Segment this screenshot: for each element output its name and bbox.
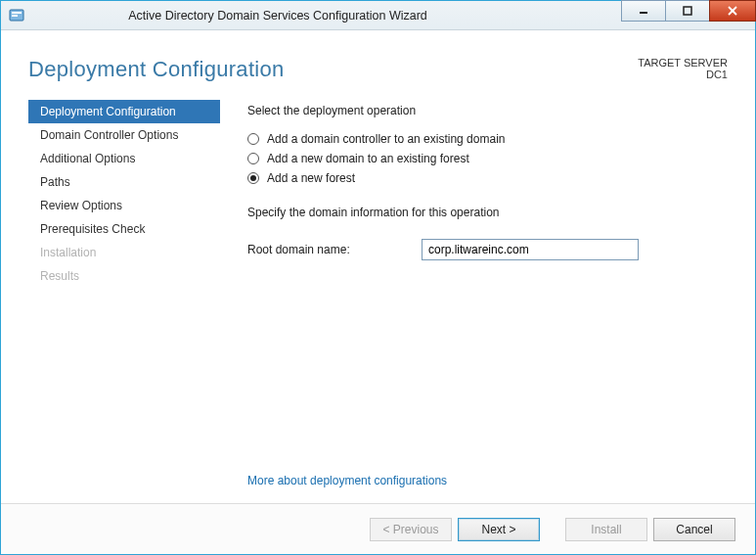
svg-line-6 (729, 7, 736, 15)
root-domain-input[interactable] (422, 239, 639, 260)
radio-option-0[interactable]: Add a domain controller to an existing d… (247, 129, 728, 148)
step-nav: Deployment ConfigurationDomain Controlle… (28, 100, 220, 503)
next-button[interactable]: Next > (458, 518, 540, 541)
page-title: Deployment Configuration (28, 57, 285, 82)
main-pane: Select the deployment operation Add a do… (220, 100, 728, 503)
radio-icon[interactable] (247, 133, 259, 145)
svg-rect-4 (684, 7, 691, 15)
radio-option-1[interactable]: Add a new domain to an existing forest (247, 149, 728, 167)
target-server-label: TARGET SERVER (638, 57, 728, 69)
title-bar: Active Directory Domain Services Configu… (1, 1, 755, 30)
radio-option-2[interactable]: Add a new forest (247, 168, 728, 187)
radio-icon[interactable] (247, 153, 259, 164)
install-button[interactable]: Install (565, 518, 647, 541)
radio-label: Add a new domain to an existing forest (267, 152, 469, 165)
radio-label: Add a new forest (267, 171, 355, 185)
svg-rect-1 (12, 12, 22, 14)
svg-rect-2 (12, 15, 18, 17)
nav-step-7: Results (28, 264, 220, 288)
window-title: Active Directory Domain Services Configu… (0, 9, 621, 23)
radio-icon[interactable] (247, 172, 259, 184)
nav-step-2[interactable]: Additional Options (28, 147, 220, 170)
cancel-button[interactable]: Cancel (653, 518, 735, 541)
nav-step-6: Installation (28, 241, 220, 264)
footer: < Previous Next > Install Cancel (1, 503, 755, 554)
nav-step-3[interactable]: Paths (28, 170, 220, 194)
window-controls (621, 1, 755, 29)
wizard-window: Active Directory Domain Services Configu… (0, 0, 756, 555)
target-server-value: DC1 (638, 69, 728, 80)
root-domain-label: Root domain name: (247, 243, 422, 256)
root-domain-row: Root domain name: (247, 239, 728, 260)
deployment-operation-label: Select the deployment operation (247, 104, 728, 117)
content-area: Deployment Configuration TARGET SERVER D… (1, 30, 755, 554)
maximize-button[interactable] (665, 0, 710, 22)
body-row: Deployment ConfigurationDomain Controlle… (1, 100, 755, 503)
nav-step-0[interactable]: Deployment Configuration (28, 100, 220, 123)
help-link[interactable]: More about deployment configurations (247, 474, 728, 487)
radio-label: Add a domain controller to an existing d… (267, 132, 505, 146)
svg-line-5 (729, 7, 736, 15)
target-server-block: TARGET SERVER DC1 (638, 57, 728, 80)
nav-step-1[interactable]: Domain Controller Options (28, 123, 220, 147)
app-icon (9, 8, 24, 23)
domain-info-label: Specify the domain information for this … (247, 206, 728, 219)
header-row: Deployment Configuration TARGET SERVER D… (1, 31, 755, 100)
previous-button[interactable]: < Previous (370, 518, 452, 541)
close-button[interactable] (709, 0, 756, 22)
nav-step-4[interactable]: Review Options (28, 194, 220, 217)
deployment-operation-radios: Add a domain controller to an existing d… (247, 129, 728, 188)
minimize-button[interactable] (621, 0, 666, 22)
nav-step-5[interactable]: Prerequisites Check (28, 217, 220, 241)
